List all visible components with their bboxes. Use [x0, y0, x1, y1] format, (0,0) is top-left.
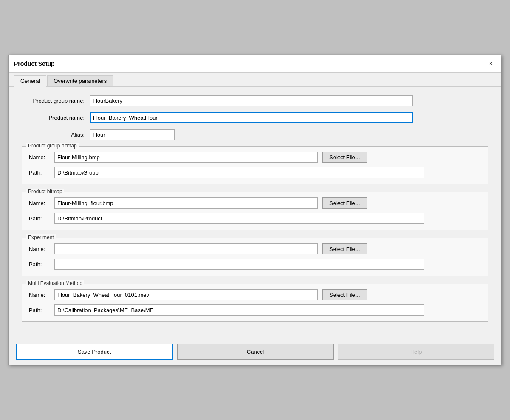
product-group-name-row: Product group name: — [22, 95, 488, 106]
product-group-name-label: Product group name: — [22, 98, 90, 104]
product-group-bitmap-name-label: Name: — [29, 154, 54, 161]
tab-general[interactable]: General — [14, 75, 46, 87]
product-group-bitmap-section: Product group bitmap Name: Select File..… — [22, 146, 488, 184]
close-button[interactable]: × — [486, 59, 496, 69]
bottom-bar: Save Product Cancel Help — [9, 338, 501, 365]
product-group-bitmap-name-input[interactable] — [54, 152, 318, 163]
product-bitmap-select-button[interactable]: Select File... — [322, 197, 367, 209]
multi-evaluation-path-label: Path: — [29, 307, 54, 313]
product-group-bitmap-path-label: Path: — [29, 169, 54, 176]
tab-content-general: Product group name: Product name: Alias:… — [9, 87, 501, 338]
product-name-row: Product name: — [22, 112, 488, 123]
alias-row: Alias: — [22, 129, 488, 140]
multi-evaluation-section: Multi Evaluation Method Name: Select Fil… — [22, 284, 488, 322]
product-group-bitmap-select-button[interactable]: Select File... — [322, 152, 367, 163]
product-bitmap-name-label: Name: — [29, 200, 54, 206]
dialog-title: Product Setup — [14, 60, 55, 67]
product-bitmap-path-row: Path: — [29, 213, 481, 224]
product-bitmap-path-input[interactable] — [54, 213, 424, 224]
experiment-select-button[interactable]: Select File... — [322, 243, 367, 254]
product-setup-dialog: Product Setup × General Overwrite parame… — [8, 55, 502, 365]
product-group-bitmap-name-row: Name: Select File... — [29, 152, 481, 163]
product-name-input[interactable] — [90, 112, 413, 123]
experiment-path-label: Path: — [29, 261, 54, 268]
cancel-button[interactable]: Cancel — [177, 344, 334, 360]
title-bar: Product Setup × — [9, 55, 501, 73]
multi-evaluation-name-row: Name: Select File... — [29, 289, 481, 300]
experiment-section: Experiment Name: Select File... Path: — [22, 238, 488, 276]
multi-evaluation-path-input[interactable] — [54, 304, 424, 316]
product-group-bitmap-path-input[interactable] — [54, 167, 424, 178]
product-group-name-input[interactable] — [90, 95, 413, 106]
product-group-bitmap-title: Product group bitmap — [26, 143, 79, 149]
experiment-path-input[interactable] — [54, 259, 424, 270]
product-name-label: Product name: — [22, 115, 90, 121]
alias-input[interactable] — [90, 129, 175, 140]
tab-bar: General Overwrite parameters — [9, 73, 501, 87]
product-bitmap-title: Product bitmap — [26, 189, 64, 194]
product-bitmap-path-label: Path: — [29, 215, 54, 222]
experiment-name-input[interactable] — [54, 243, 318, 254]
product-bitmap-name-input[interactable] — [54, 197, 318, 209]
multi-evaluation-select-button[interactable]: Select File... — [322, 289, 367, 300]
tab-overwrite-parameters[interactable]: Overwrite parameters — [47, 75, 113, 86]
experiment-name-row: Name: Select File... — [29, 243, 481, 254]
product-bitmap-name-row: Name: Select File... — [29, 197, 481, 209]
multi-evaluation-title: Multi Evaluation Method — [26, 280, 84, 286]
multi-evaluation-name-label: Name: — [29, 292, 54, 298]
product-bitmap-section: Product bitmap Name: Select File... Path… — [22, 192, 488, 230]
product-group-bitmap-path-row: Path: — [29, 167, 481, 178]
multi-evaluation-name-input[interactable] — [54, 289, 318, 300]
help-button: Help — [338, 344, 494, 360]
alias-label: Alias: — [22, 132, 90, 138]
multi-evaluation-path-row: Path: — [29, 304, 481, 316]
save-product-button[interactable]: Save Product — [16, 344, 173, 360]
experiment-path-row: Path: — [29, 259, 481, 270]
experiment-title: Experiment — [26, 234, 56, 240]
experiment-name-label: Name: — [29, 246, 54, 252]
